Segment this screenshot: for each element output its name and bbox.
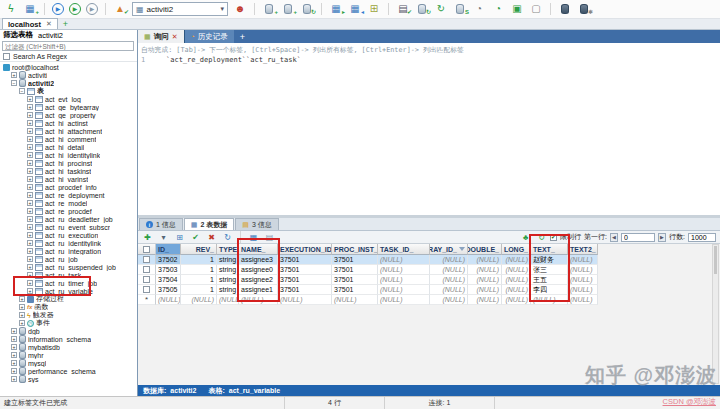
tree-item-myhr[interactable]: +myhr [0,351,137,359]
grid-cell[interactable]: 1 [181,255,217,265]
expand-icon[interactable]: + [11,360,17,366]
grid-cell[interactable]: (NULL) [568,275,598,285]
window-icon[interactable]: ▢ [529,2,543,16]
grid-cell[interactable]: (NULL) [468,295,502,305]
expand-icon[interactable]: + [27,176,33,182]
tree-item--[interactable]: +ϟ触发器 [0,311,137,319]
column-header-double_[interactable]: DOUBLE_ [468,244,502,255]
first-row-decrement-button[interactable]: ◀ [610,233,618,242]
grid-cell[interactable]: (NULL) [568,255,598,265]
export-table-icon[interactable]: ▦▸ [329,2,343,16]
connect-icon[interactable]: ϟ [4,2,18,16]
grid-cell[interactable]: 王五 [531,275,568,285]
close-icon[interactable]: ✕ [172,33,178,41]
expand-icon[interactable]: + [27,136,33,142]
expand-icon[interactable]: + [19,296,25,302]
tree-item-act-ru-suspended-job[interactable]: +act_ru_suspended_job [0,263,137,271]
tab-table-data[interactable]: ▦ 2 表数据 [184,218,234,230]
grid-cell[interactable]: 37501 [332,275,378,285]
expand-icon[interactable]: + [27,128,33,134]
sql-editor[interactable]: 自动完成: [Tab]-> 下一个标签, [Ctrl+Space]-> 列出所有… [138,43,720,215]
tab-messages-1[interactable]: i 1 信息 [139,218,183,230]
add-query-tab-button[interactable]: + [234,30,251,43]
tree-item-dgb[interactable]: +dgb [0,327,137,335]
grid-row[interactable]: 375041stringassignee23750137501(NULL)(NU… [138,275,598,285]
expand-icon[interactable]: + [27,272,33,278]
grid-cell[interactable]: (NULL) [430,265,468,275]
row-count-input[interactable] [688,233,716,242]
tree-item-act-ru-event-subscr[interactable]: +act_ru_event_subscr [0,223,137,231]
column-header-task_id_[interactable]: TASK_ID_ [378,244,430,255]
column-header-bytearray_id_[interactable]: BYTEARRAY_ID_ [430,244,468,255]
expand-icon[interactable]: + [27,192,33,198]
expand-icon[interactable]: + [27,200,33,206]
grid-cell[interactable]: (NULL) [156,295,181,305]
grid-cell[interactable]: (NULL) [468,285,502,295]
grid-cell[interactable]: string [217,265,239,275]
tab-messages-3[interactable]: ▤ 3 信息 [235,218,278,230]
expand-icon[interactable]: + [27,256,33,262]
grid-cell[interactable]: 37501 [332,265,378,275]
grid-cell[interactable]: string [217,275,239,285]
refresh-database-icon[interactable]: ↻ [300,2,314,16]
grid-cell[interactable]: string [217,285,239,295]
grid-scrollbar-thumb[interactable] [714,246,717,274]
tree-item-mybatisdb[interactable]: +mybatisdb [0,343,137,351]
add-row-menu-icon[interactable]: ▾ [158,232,169,243]
grid-cell[interactable]: (NULL) [430,285,468,295]
save-row-icon[interactable]: ✔ [190,232,201,243]
tree-item-act-hi-identitylink[interactable]: +act_hi_identitylink [0,151,137,159]
refresh-icon[interactable]: ↻ [434,2,448,16]
execute-query-icon[interactable]: ▶ [52,3,64,15]
tree-item-act-hi-taskinst[interactable]: +act_hi_taskinst [0,167,137,175]
grid-new-row[interactable]: *(NULL)(NULL)(NULL)(NULL)(NULL)(NULL)(NU… [138,295,598,305]
tree-item-act-hi-comment[interactable]: +act_hi_comment [0,135,137,143]
grid-cell[interactable]: 37502 [156,255,181,265]
grid-cell[interactable]: 1 [181,285,217,295]
tree-item--[interactable]: +◷事件 [0,319,137,327]
grid-cell[interactable]: assignee0 [239,265,278,275]
select-all-checkbox[interactable] [143,246,150,253]
tree-item-act-hi-varinst[interactable]: +act_hi_varinst [0,175,137,183]
expand-icon[interactable]: + [11,344,17,350]
expand-icon[interactable]: + [27,168,33,174]
grid-cell[interactable]: (NULL) [378,295,430,305]
grid-row[interactable]: 375021stringassignee33750137501(NULL)(NU… [138,255,598,265]
expand-icon[interactable]: + [27,248,33,254]
grid-cell[interactable]: (NULL) [239,295,278,305]
database-selector[interactable]: ▦ activiti2 ▾ [132,2,228,16]
grid-cell[interactable]: 李四 [531,285,568,295]
expand-icon[interactable]: + [27,224,33,230]
create-table-icon[interactable]: + [281,2,295,16]
data-sync-icon[interactable]: ↻ [415,2,429,16]
tree-item-act-ru-job[interactable]: +act_ru_job [0,255,137,263]
grid-cell[interactable]: string [217,255,239,265]
grid-cell[interactable]: (NULL) [217,295,239,305]
create-database-icon[interactable]: + [262,2,276,16]
expand-icon[interactable]: + [11,368,17,374]
grid-cell[interactable]: (NULL) [502,265,531,275]
expand-icon[interactable]: + [27,104,33,110]
tree-item--[interactable]: +存储过程 [0,295,137,303]
tree-item-performance-schema[interactable]: +performance_schema [0,367,137,375]
tree-item-act-ru-identitylink[interactable]: +act_ru_identitylink [0,239,137,247]
tree-item-activiti[interactable]: +activiti [0,71,137,79]
tree-item--[interactable]: −表 [0,87,137,95]
table-diagnostics-icon[interactable] [558,2,572,16]
tree-item-act-re-model[interactable]: +act_re_model [0,199,137,207]
expand-icon[interactable]: + [27,112,33,118]
expand-icon[interactable]: + [11,336,17,342]
expand-icon[interactable]: + [27,208,33,214]
grid-cell[interactable]: (NULL) [181,295,217,305]
grid-cell[interactable]: 37503 [156,265,181,275]
column-header-rev_[interactable]: REV_ [181,244,217,255]
column-header-id_[interactable]: ID_ [156,244,181,255]
tree-item-act-evt-log[interactable]: +act_evt_log [0,95,137,103]
new-window-icon[interactable]: ▣ [510,2,524,16]
tree-item-act-ge-property[interactable]: +act_ge_property [0,111,137,119]
refresh-data-icon[interactable]: ↻ [536,232,547,243]
grid-cell[interactable]: (NULL) [531,295,568,305]
column-header-proc_inst_id_[interactable]: PROC_INST_ID_ [332,244,378,255]
tree-item-act-ru-variable[interactable]: +act_ru_variable [0,287,137,295]
row-checkbox[interactable] [143,266,150,273]
